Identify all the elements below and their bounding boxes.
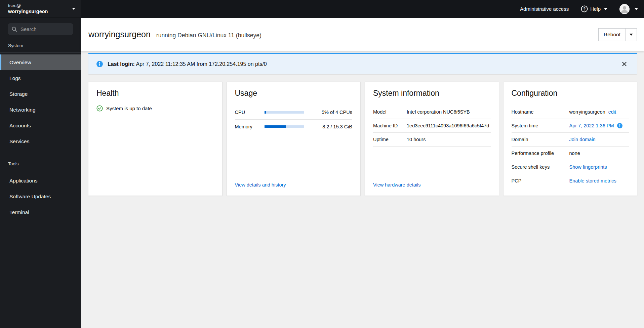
cockpit-app: tsec@ worryingsurgeon System Overview Lo… [0, 0, 644, 328]
user-menu[interactable] [619, 4, 638, 14]
health-status-row: System is up to date [96, 105, 214, 112]
enable-stored-metrics-link[interactable]: Enable stored metrics [569, 178, 616, 183]
help-label: Help [590, 6, 601, 12]
info-icon [96, 61, 103, 67]
join-domain-link[interactable]: Join domain [569, 137, 596, 142]
health-status-text: System is up to date [106, 106, 152, 111]
chevron-down-icon [604, 8, 607, 10]
search-icon [12, 27, 17, 32]
system-information-card-title: System information [373, 89, 491, 98]
sidebar-nav: System Overview Logs Storage Networking … [0, 41, 81, 220]
sidebar-item-services[interactable]: Services [0, 133, 81, 149]
system-time-row: System time Apr 7, 2022 1:36 PM [512, 119, 629, 133]
view-hardware-details-link[interactable]: View hardware details [373, 182, 491, 188]
administrative-access-button[interactable]: Administrative access [520, 6, 569, 12]
svg-text:?: ? [583, 7, 586, 11]
system-time-link[interactable]: Apr 7, 2022 1:36 PM [569, 123, 614, 128]
hostname-row: Hostname worryingsurgeon edit [512, 105, 629, 119]
system-time-info-icon[interactable] [617, 123, 622, 128]
domain-row: Domain Join domain [512, 133, 629, 147]
system-information-card: System information Model Intel corporati… [365, 82, 499, 196]
performance-profile-row: Performance profile none [512, 147, 629, 160]
uptime-row: Uptime 10 hours [373, 133, 491, 147]
alert-title: Last login: [108, 61, 135, 67]
page-title: worryingsurgeon [88, 30, 151, 39]
nav-section-label-tools: Tools [0, 159, 81, 171]
uptime-label: Uptime [373, 137, 407, 142]
help-menu[interactable]: ? Help [581, 5, 607, 12]
usage-card: Usage CPU 5% of 4 CPUs Memory 8.2 / 1 [227, 82, 361, 196]
alert-text: Last login: Apr 7, 2022 11:12:35 AM from… [108, 61, 267, 67]
machine-id-row: Machine ID 1ed3eec9111c4093a1096f69a6c5f… [373, 119, 491, 133]
model-label: Model [373, 109, 407, 115]
secure-shell-keys-label: Secure shell keys [512, 164, 569, 170]
masthead: Administrative access ? Help [81, 0, 644, 18]
sidebar-item-accounts[interactable]: Accounts [0, 118, 81, 133]
performance-profile-label: Performance profile [512, 151, 569, 156]
pcp-row: PCP Enable stored metrics [512, 174, 629, 188]
reboot-dropdown-toggle[interactable] [626, 28, 637, 41]
os-subtitle: running Debian GNU/Linux 11 (bullseye) [156, 32, 261, 39]
memory-progress-bar [265, 125, 304, 128]
cpu-usage-row: CPU 5% of 4 CPUs [235, 105, 353, 120]
uptime-value: 10 hours [407, 137, 491, 142]
chevron-down-icon [72, 8, 75, 10]
performance-profile-value: none [569, 151, 629, 156]
search-input[interactable] [21, 26, 69, 32]
overview-content: Last login: Apr 7, 2022 11:12:35 AM from… [81, 51, 644, 328]
alert-close-button[interactable] [620, 60, 629, 68]
nav-section-system: System Overview Logs Storage Networking … [0, 41, 81, 149]
machine-id-value: 1ed3eec9111c4093a1096f69a6c5f47d [407, 123, 491, 128]
health-card: Health System is up to date [88, 82, 222, 196]
memory-usage-value: 8.2 / 15.3 GiB [311, 124, 352, 129]
chevron-down-icon [635, 8, 638, 10]
page-header: worryingsurgeon running Debian GNU/Linux… [81, 18, 644, 51]
cpu-label: CPU [235, 110, 265, 115]
secure-shell-keys-row: Secure shell keys Show fingerprints [512, 160, 629, 174]
sidebar-item-overview[interactable]: Overview [0, 54, 81, 70]
cpu-progress-bar [265, 111, 304, 114]
model-value: Intel corporation NUC6i5SYB [407, 109, 491, 115]
sidebar-item-logs[interactable]: Logs [0, 70, 81, 86]
domain-label: Domain [512, 137, 569, 142]
cpu-usage-value: 5% of 4 CPUs [311, 110, 352, 115]
avatar [619, 4, 630, 14]
last-login-alert: Last login: Apr 7, 2022 11:12:35 AM from… [88, 53, 637, 74]
sidebar-item-software-updates[interactable]: Software Updates [0, 189, 81, 204]
main-area: Administrative access ? Help [81, 0, 644, 328]
hostname-label: Hostname [512, 109, 569, 115]
machine-id-label: Machine ID [373, 123, 407, 128]
nav-section-label-system: System [0, 41, 81, 53]
hostname-edit-link[interactable]: edit [608, 109, 616, 115]
host-identity: tsec@ worryingsurgeon [8, 3, 69, 15]
administrative-access-label: Administrative access [520, 6, 569, 12]
host-name: worryingsurgeon [8, 8, 69, 15]
sidebar: tsec@ worryingsurgeon System Overview Lo… [0, 0, 81, 328]
close-icon [622, 62, 627, 66]
system-time-label: System time [512, 123, 569, 128]
usage-card-title: Usage [235, 89, 353, 98]
show-fingerprints-link[interactable]: Show fingerprints [569, 164, 607, 170]
nav-section-tools: Tools Applications Software Updates Term… [0, 159, 81, 220]
view-details-history-link[interactable]: View details and history [235, 182, 353, 188]
overview-cards: Health System is up to date Usage CPU [88, 82, 637, 196]
host-switcher[interactable]: tsec@ worryingsurgeon [0, 0, 81, 18]
sidebar-item-storage[interactable]: Storage [0, 86, 81, 102]
hostname-value: worryingsurgeon [569, 109, 605, 115]
host-user: tsec@ [8, 3, 69, 9]
chevron-down-icon [630, 34, 633, 36]
memory-label: Memory [235, 124, 265, 129]
configuration-card-title: Configuration [512, 89, 629, 98]
sidebar-item-terminal[interactable]: Terminal [0, 204, 81, 220]
check-circle-icon [96, 105, 103, 112]
reboot-button[interactable]: Reboot [598, 28, 626, 41]
reboot-split-button: Reboot [598, 28, 637, 41]
search-box[interactable] [8, 23, 73, 35]
memory-usage-row: Memory 8.2 / 15.3 GiB [235, 120, 353, 134]
health-card-title: Health [96, 89, 214, 98]
sidebar-item-applications[interactable]: Applications [0, 173, 81, 189]
sidebar-item-networking[interactable]: Networking [0, 102, 81, 118]
sidebar-search [0, 18, 81, 41]
alert-message: Apr 7, 2022 11:12:35 AM from 172.20.254.… [136, 61, 267, 67]
configuration-card: Configuration Hostname worryingsurgeon e… [504, 82, 637, 196]
